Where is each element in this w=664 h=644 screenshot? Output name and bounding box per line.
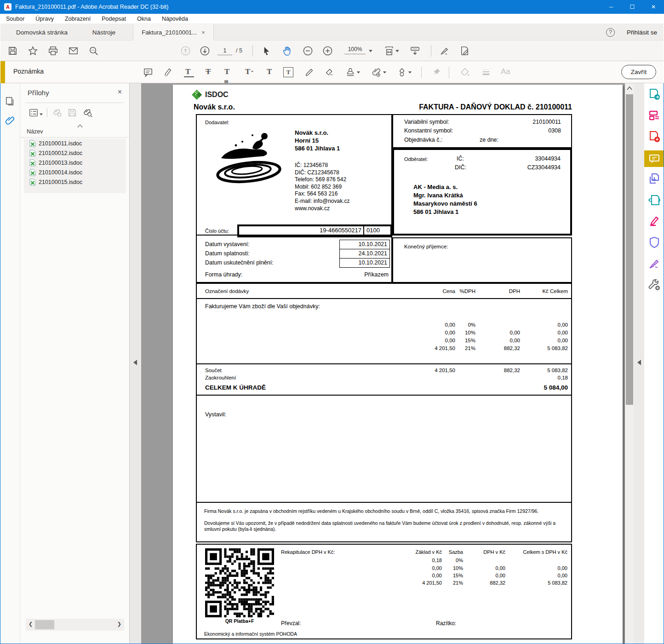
pin-icon[interactable] [431,67,441,77]
close-button[interactable]: ✕ [643,0,664,14]
add-text-icon[interactable]: T [265,67,275,77]
menu-podepsat[interactable]: Podepsat [102,16,126,22]
attachment-row[interactable]: 210100012.isdoc [24,148,126,158]
vscroll-thumb[interactable] [626,94,633,405]
tab-close-icon[interactable]: × [201,29,205,36]
previous-page-icon[interactable] [180,46,191,56]
compress-pdf-icon[interactable] [648,194,660,206]
sign-in-button[interactable]: Přihlásit se [627,29,657,36]
menu-upravy[interactable]: Úpravy [35,16,54,22]
menu-zobrazeni[interactable]: Zobrazení [65,16,91,22]
attach-file-icon[interactable] [371,67,381,77]
comment-tool-icon[interactable] [648,153,660,165]
attachment-row[interactable]: 210100014.isdoc [24,167,126,177]
zoom-level-dropdown[interactable]: 100% [344,46,366,54]
line-weight-icon[interactable] [481,67,491,77]
more-tools-icon[interactable] [648,279,660,291]
save-icon[interactable] [7,46,18,56]
attachment-file-name: 210100013.isdoc [39,160,82,166]
zoom-chevron-down-icon[interactable] [368,46,373,56]
attachment-row[interactable]: 210100015.isdoc [24,177,126,187]
reading-mode-icon[interactable] [410,46,420,56]
zoom-level-value: 100% [348,46,362,52]
attachments-panel-icon[interactable] [5,115,15,126]
email-icon[interactable] [68,46,79,56]
scroll-up-icon[interactable] [627,86,632,91]
customer-dic-value: CZ33044934 [500,164,561,171]
certificates-icon[interactable] [648,258,660,270]
left-collapse-strip[interactable] [130,83,141,644]
hand-tool-icon[interactable] [282,46,292,56]
tab-home[interactable]: Domovská stránka [5,24,79,40]
maximize-button[interactable]: ☐ [622,0,643,14]
constant-symbol-label: Konstantní symbol: [404,127,453,134]
highlight-text-icon[interactable] [163,67,173,77]
search-attachments-icon[interactable] [83,108,93,118]
insert-text-icon[interactable]: T⌃ [244,67,254,77]
attachments-hscrollbar[interactable]: ❮ ❯ [26,619,124,631]
draw-chevron-icon[interactable] [408,67,412,77]
search-icon[interactable] [88,46,99,56]
right-collapse-strip[interactable] [634,83,644,644]
tab-document[interactable]: Faktura_21010001... × [133,24,214,40]
minimize-button[interactable]: ─ [601,0,622,14]
page-thumbnails-icon[interactable] [5,96,15,106]
supplier-logo-image [208,130,286,186]
attachments-column-header[interactable]: Název [27,128,43,135]
attachments-close-icon[interactable]: × [118,88,122,96]
text-box-icon[interactable]: T [283,67,293,77]
scroll-left-icon[interactable]: ❮ [29,621,33,627]
fit-chevron-down-icon[interactable] [395,46,400,56]
hscroll-thumb[interactable] [35,620,54,629]
strikethrough-text-icon[interactable]: T [204,67,214,77]
highlight-tool-icon[interactable] [648,215,660,227]
edit-document-icon[interactable] [459,46,470,56]
save-attachment-icon[interactable] [67,108,77,118]
scroll-right-icon[interactable]: ❯ [117,621,121,627]
menu-soubor[interactable]: Soubor [6,16,24,22]
help-icon[interactable]: ? [606,28,615,37]
page-number-input[interactable] [218,46,232,55]
attachment-row[interactable]: 210100013.isdoc [24,158,126,167]
replace-text-icon[interactable]: T✉ [223,67,234,77]
print-icon[interactable] [48,46,58,56]
sort-ascending-icon[interactable] [77,124,83,128]
sticky-note-icon[interactable] [143,67,153,77]
create-pdf-icon[interactable] [648,131,660,143]
star-icon[interactable] [28,46,38,56]
select-tool-icon[interactable] [261,46,272,56]
next-page-icon[interactable] [200,46,210,56]
collapse-right-arrow-icon[interactable] [637,359,641,366]
zoom-out-icon[interactable] [303,46,313,56]
fill-sign-icon[interactable] [439,46,450,56]
menu-okna[interactable]: Okna [137,16,151,22]
item-cell: 0,00 [513,330,568,335]
underline-text-icon[interactable]: T [184,67,194,77]
edit-pdf-icon[interactable] [648,109,660,121]
combine-files-icon[interactable] [648,173,660,185]
text-style-icon[interactable]: Aa [501,67,511,77]
drawing-tools-icon[interactable] [397,67,407,77]
attach-chevron-icon[interactable] [383,67,387,77]
stamp-chevron-icon[interactable] [356,67,361,77]
attachment-row[interactable]: 210100011.isdoc [24,138,126,148]
zoom-in-icon[interactable] [322,46,333,56]
export-pdf-icon[interactable] [648,88,660,100]
document-vscrollbar[interactable] [625,83,634,644]
stamp-icon[interactable] [345,67,355,77]
eraser-icon[interactable] [325,67,335,77]
protect-pdf-icon[interactable] [648,236,660,248]
open-attachment-icon[interactable] [52,108,63,118]
tab-tools[interactable]: Nástroje [86,24,122,40]
attachments-options-icon[interactable] [29,108,39,118]
recap-title: Rekapitulace DPH v Kč: [281,549,335,555]
close-comment-bar-button[interactable]: Zavřít [621,65,656,79]
fill-color-icon[interactable] [460,67,470,77]
collapse-left-arrow-icon[interactable] [133,359,137,366]
pencil-icon[interactable] [304,67,315,77]
customer-street: Masarykovo náměstí 6 [413,200,477,208]
attachments-options-chevron-icon[interactable] [39,110,43,120]
menu-napoveda[interactable]: Nápověda [162,16,188,22]
recap-cell: 0% [431,558,463,563]
fit-width-icon[interactable] [384,46,395,56]
